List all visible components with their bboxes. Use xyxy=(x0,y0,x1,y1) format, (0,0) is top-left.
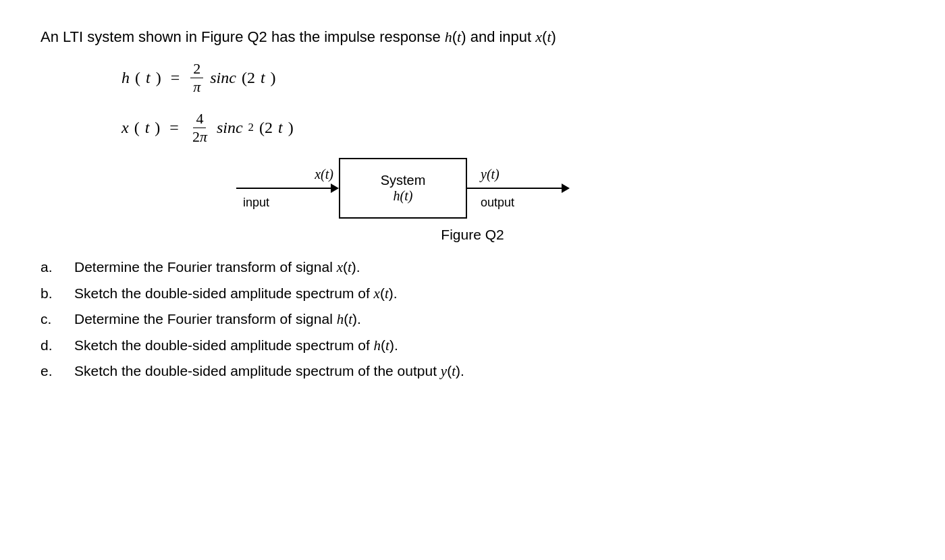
eq-x-sinc: sinc xyxy=(217,119,243,137)
intro-and: and input xyxy=(466,28,536,45)
system-box: System h(t) xyxy=(339,158,467,219)
eq-h-numerator: 2 xyxy=(190,60,203,78)
input-arrow-head xyxy=(331,184,339,193)
eq-x-paren-r: ) xyxy=(155,119,160,137)
question-e-text: Sketch the double-sided amplitude spectr… xyxy=(74,360,464,383)
question-e-letter: e. xyxy=(40,360,61,383)
question-a-text: Determine the Fourier transform of signa… xyxy=(74,256,360,279)
intro-main: An LTI system shown in Figure Q2 has the… xyxy=(40,28,445,45)
diagram-container: x(t) input System h(t) y(t) output xyxy=(236,158,709,219)
eq-h-paren-r: ) xyxy=(156,69,161,87)
output-arrow-head xyxy=(562,184,570,193)
question-d-text: Sketch the double-sided amplitude spectr… xyxy=(74,335,398,357)
eq-h-sinc-arg: (2 xyxy=(242,69,255,87)
question-d-var: h xyxy=(374,337,381,354)
input-sublabel: input xyxy=(243,196,269,210)
question-a-t: t xyxy=(348,259,352,275)
equation-h-block: h(t) = 2 π sinc(2t) xyxy=(122,60,905,96)
eq-x-lhs: x xyxy=(122,119,129,137)
system-label: System xyxy=(381,173,426,188)
intro-text: An LTI system shown in Figure Q2 has the… xyxy=(40,27,905,48)
eq-x-sinc-t: t xyxy=(278,119,283,137)
question-d-t: t xyxy=(385,337,389,354)
eq-x-paren-l: ( xyxy=(134,119,140,137)
x-var-intro: x xyxy=(535,28,542,45)
diagram-section: x(t) input System h(t) y(t) output xyxy=(40,158,905,243)
eq-h-lhs: h xyxy=(122,69,130,87)
question-b: b. Sketch the double-sided amplitude spe… xyxy=(40,283,905,305)
question-a-var: x xyxy=(337,259,343,275)
eq-x-t: t xyxy=(145,119,150,137)
question-c-text: Determine the Fourier transform of signa… xyxy=(74,308,361,331)
equation-x-block: x(t) = 4 2π sinc2(2t) xyxy=(122,110,905,146)
questions-section: a. Determine the Fourier transform of si… xyxy=(40,256,905,383)
question-b-var: x xyxy=(374,285,380,302)
eq-h-fraction: 2 π xyxy=(190,60,203,96)
eq-x-denominator: 2π xyxy=(190,128,210,146)
input-signal-label: x(t) xyxy=(315,167,333,182)
eq-x-numerator: 4 xyxy=(193,110,206,128)
eq-x-sinc-exp: 2 xyxy=(248,121,254,134)
question-b-letter: b. xyxy=(40,283,61,305)
eq-x-equals: = xyxy=(165,119,183,137)
output-signal-label: y(t) xyxy=(481,167,500,182)
question-c-var: h xyxy=(337,311,344,327)
question-c-t: t xyxy=(348,311,352,327)
page: An LTI system shown in Figure Q2 has the… xyxy=(0,0,945,560)
output-sublabel: output xyxy=(481,196,514,210)
eq-x-sinc-arg: (2 xyxy=(259,119,273,137)
question-d-letter: d. xyxy=(40,335,61,357)
input-arrow-group: x(t) input xyxy=(236,167,339,210)
question-a-letter: a. xyxy=(40,256,61,279)
eq-h-t: t xyxy=(146,69,151,87)
eq-h-sinc-close: ) xyxy=(271,69,276,87)
question-c-letter: c. xyxy=(40,308,61,331)
output-arrow-group: y(t) output xyxy=(467,167,570,210)
eq-h-sinc-t: t xyxy=(261,69,265,87)
question-a: a. Determine the Fourier transform of si… xyxy=(40,256,905,279)
question-d: d. Sketch the double-sided amplitude spe… xyxy=(40,335,905,357)
h-var-intro: h xyxy=(445,28,452,45)
output-h-line xyxy=(467,188,562,189)
eq-h-denominator: π xyxy=(190,78,203,96)
system-math-label: h(t) xyxy=(394,188,413,204)
equation-x: x(t) = 4 2π sinc2(2t) xyxy=(122,110,905,146)
input-arrow-line xyxy=(236,184,339,193)
question-e: e. Sketch the double-sided amplitude spe… xyxy=(40,360,905,383)
output-arrow-line xyxy=(467,184,570,193)
intro-paren1: ( xyxy=(452,28,457,45)
eq-h-sinc: sinc xyxy=(210,69,236,87)
eq-h-paren-l: ( xyxy=(135,69,140,87)
eq-x-fraction: 4 2π xyxy=(190,110,210,146)
question-c: c. Determine the Fourier transform of si… xyxy=(40,308,905,331)
eq-x-sinc-close: ) xyxy=(288,119,294,137)
eq-h-equals: = xyxy=(167,69,184,87)
question-e-t: t xyxy=(452,363,456,379)
question-e-var: y xyxy=(441,363,447,379)
input-h-line xyxy=(236,188,331,189)
intro-paren2: ) xyxy=(461,28,466,45)
question-b-text: Sketch the double-sided amplitude spectr… xyxy=(74,283,398,305)
equation-h: h(t) = 2 π sinc(2t) xyxy=(122,60,905,96)
figure-caption: Figure Q2 xyxy=(441,227,504,243)
intro-paren4: ) xyxy=(551,28,556,45)
question-b-t: t xyxy=(385,285,389,302)
